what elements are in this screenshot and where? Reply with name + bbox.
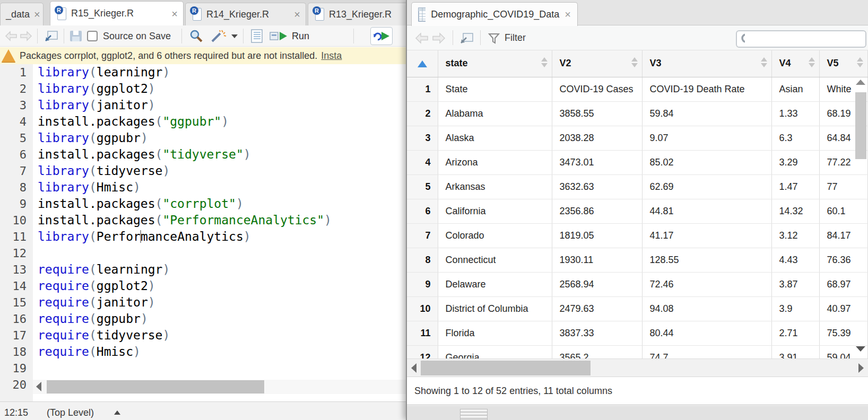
sort-up-icon xyxy=(809,57,815,62)
code-line[interactable]: library(PerformanceAnalytics) xyxy=(33,229,406,245)
scrollbar-thumb[interactable] xyxy=(855,92,866,159)
editor-tab-r13-krieger-r[interactable]: RR13_Krieger.R xyxy=(308,3,406,25)
install-link[interactable]: Insta xyxy=(321,50,342,62)
code-line[interactable]: library(ggplot2) xyxy=(33,81,406,97)
search-input[interactable] xyxy=(745,34,862,45)
sort-down-icon xyxy=(761,63,767,67)
line-number: 13 xyxy=(0,261,33,278)
line-number: 7 xyxy=(0,163,33,179)
column-header-v2[interactable]: V2 xyxy=(552,50,642,77)
code-line[interactable]: library(ggpubr) xyxy=(33,130,406,146)
editor-tab--data[interactable]: _data× xyxy=(0,3,44,25)
source-on-save-checkbox[interactable] xyxy=(87,25,98,47)
line-number: 9 xyxy=(0,196,33,212)
code-line[interactable]: require(learningr) xyxy=(33,261,406,278)
close-icon[interactable]: × xyxy=(294,9,300,20)
viewer-back-button[interactable] xyxy=(414,25,429,50)
close-icon[interactable]: × xyxy=(565,8,571,21)
save-button[interactable] xyxy=(69,25,83,47)
row-number-cell: 10 xyxy=(407,296,438,321)
sort-arrows-icon[interactable] xyxy=(631,57,638,67)
scrollbar-thumb[interactable] xyxy=(421,361,591,375)
scope-indicator[interactable]: (Top Level) xyxy=(47,407,94,418)
scroll-right-arrow-icon[interactable] xyxy=(858,363,864,373)
viewer-hscrollbar[interactable] xyxy=(407,358,868,377)
sort-down-icon xyxy=(541,63,548,67)
column-header-v4[interactable]: V4 xyxy=(771,50,819,77)
row-number-cell: 12 xyxy=(407,345,438,358)
code-lines: library(learningr)library(ggplot2)librar… xyxy=(33,64,406,401)
data-cell: 85.02 xyxy=(642,150,771,174)
column-header-label: V4 xyxy=(779,58,791,68)
close-icon[interactable]: × xyxy=(171,8,178,19)
find-replace-button[interactable] xyxy=(189,25,204,47)
back-button[interactable] xyxy=(4,25,18,47)
scroll-up-arrow-icon[interactable] xyxy=(856,80,865,85)
code-line[interactable]: install.packages("corrplot") xyxy=(33,196,406,212)
line-number: 11 xyxy=(0,229,33,245)
sort-arrows-icon[interactable] xyxy=(541,57,548,67)
data-cell: 3.91 xyxy=(771,345,819,358)
code-line[interactable] xyxy=(33,245,406,261)
editor-hscrollbar[interactable] xyxy=(33,380,406,394)
data-cell: 3.29 xyxy=(771,150,819,174)
code-tools-dropdown[interactable] xyxy=(231,25,238,47)
code-line[interactable]: library(janitor) xyxy=(33,97,406,113)
data-cell: COVID-19 Death Rate xyxy=(642,77,771,101)
r-file-icon: R xyxy=(314,7,325,21)
scroll-down-arrow-icon[interactable] xyxy=(856,346,865,352)
code-line[interactable]: require(tidyverse) xyxy=(33,327,406,344)
data-cell: 2479.63 xyxy=(552,296,642,321)
code-line[interactable]: require(ggpubr) xyxy=(33,311,406,327)
row-number-cell: 7 xyxy=(407,223,438,248)
code-line[interactable]: library(learningr) xyxy=(33,64,406,81)
scroll-left-arrow-icon[interactable] xyxy=(411,363,416,373)
sort-arrows-icon[interactable] xyxy=(857,57,863,67)
data-cell: 2.71 xyxy=(771,321,819,345)
code-tools-button[interactable] xyxy=(210,25,228,47)
data-cell: 2038.28 xyxy=(552,126,642,150)
editor-tab-r15-krieger-r[interactable]: RR15_Krieger.R× xyxy=(50,1,184,25)
data-cell: 41.17 xyxy=(642,223,771,248)
viewer-tab[interactable]: Demographic_COVID19_Data × xyxy=(411,2,578,26)
code-line[interactable]: install.packages("tidyverse") xyxy=(33,146,406,163)
magic-wand-icon xyxy=(210,29,228,43)
close-icon[interactable]: × xyxy=(34,9,40,20)
line-number: 19 xyxy=(0,360,33,377)
editor-tab-r14-krieger-r[interactable]: RR14_Krieger.R× xyxy=(185,3,306,25)
column-header-state[interactable]: state xyxy=(438,50,552,77)
filter-button[interactable]: Filter xyxy=(488,25,526,50)
column-header-v5[interactable]: V5 xyxy=(819,50,868,77)
compile-report-button[interactable] xyxy=(249,25,264,47)
code-editor[interactable]: 1234567891011121314151617181920 library(… xyxy=(0,64,406,401)
rerun-button[interactable] xyxy=(370,27,393,45)
table-row: 4Arizona3473.0185.023.2977.22 xyxy=(407,150,868,174)
open-new-window-button[interactable] xyxy=(44,25,59,47)
column-header-v3[interactable]: V3 xyxy=(642,50,771,77)
viewer-vscrollbar[interactable] xyxy=(855,77,867,358)
code-line[interactable]: install.packages("PerformanceAnalytics") xyxy=(33,212,406,229)
code-line[interactable]: require(ggplot2) xyxy=(33,278,406,294)
r-badge-icon: R xyxy=(313,6,321,15)
forward-button[interactable] xyxy=(19,25,33,47)
row-number-header[interactable] xyxy=(407,50,438,77)
sort-arrows-icon[interactable] xyxy=(761,57,767,67)
code-line[interactable]: install.packages("ggpubr") xyxy=(33,113,406,130)
search-box[interactable] xyxy=(736,30,866,48)
data-cell: Arizona xyxy=(438,150,552,174)
code-line[interactable]: require(Hmisc) xyxy=(33,344,406,360)
data-cell: Asian xyxy=(771,77,819,101)
viewer-popout-button[interactable] xyxy=(459,25,475,50)
code-line[interactable] xyxy=(33,360,406,377)
scrollbar-thumb[interactable] xyxy=(47,380,264,393)
sort-arrows-icon[interactable] xyxy=(809,57,815,67)
code-line[interactable]: library(tidyverse) xyxy=(33,163,406,179)
code-line[interactable]: require(janitor) xyxy=(33,294,406,311)
scroll-left-arrow-icon[interactable] xyxy=(36,382,41,391)
run-button[interactable]: Run xyxy=(270,25,309,47)
code-line[interactable]: library(Hmisc) xyxy=(33,179,406,196)
table-row: 9Delaware2568.9472.463.8768.97 xyxy=(407,272,868,296)
table-row: 1StateCOVID-19 CasesCOVID-19 Death RateA… xyxy=(407,77,868,101)
viewer-forward-button[interactable] xyxy=(431,25,446,50)
checkbox-icon xyxy=(87,31,98,41)
